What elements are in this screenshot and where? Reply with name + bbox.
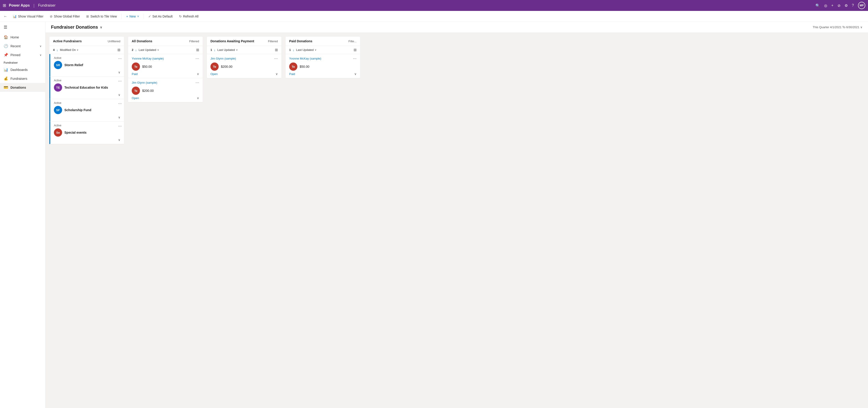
donation-person-name[interactable]: Jim Glynn (sample): [132, 81, 157, 84]
sidebar-item-dashboards[interactable]: 📊 Dashboards: [0, 65, 45, 74]
card-body: TE Technical Education for Kids: [54, 83, 120, 92]
sort-arrow-icon[interactable]: ↓: [214, 48, 215, 52]
donation-more-icon[interactable]: ⋯: [195, 80, 199, 85]
donation-amount: $50.00: [142, 65, 152, 68]
refresh-all-button[interactable]: ↻ Refresh All: [176, 13, 202, 20]
donation-expand-icon[interactable]: ∨: [276, 72, 278, 76]
donation-card-header: Yvonne McKay (sample) ⋯: [289, 56, 356, 61]
card-more-icon[interactable]: ⋯: [118, 101, 122, 106]
card-body: SR Storm Relief: [54, 61, 120, 69]
module-name: Fundraiser: [38, 3, 56, 7]
donation-avatar: Te: [132, 63, 140, 71]
refresh-icon: ↻: [179, 14, 182, 18]
donation-more-icon[interactable]: ⋯: [274, 56, 278, 61]
page-title[interactable]: Fundraiser Donations ∨: [51, 25, 102, 30]
card-expand-icon[interactable]: ∨: [118, 93, 120, 97]
donation-more-icon[interactable]: ⋯: [353, 56, 356, 61]
sidebar-item-recent-label: Recent: [10, 44, 21, 48]
card-status: Active ⋯: [54, 56, 120, 60]
donation-status[interactable]: Paid: [289, 72, 295, 76]
sidebar-item-donations[interactable]: 💳 Donations: [0, 83, 45, 92]
sidebar-item-dashboards-label: Dashboards: [10, 68, 28, 72]
kanban-col-count: 4: [53, 48, 55, 52]
set-as-default-button[interactable]: ✓ Set As Default: [146, 13, 176, 20]
show-global-filter-button[interactable]: ⊘ Show Global Filter: [47, 13, 83, 20]
search-icon[interactable]: 🔍: [815, 3, 820, 8]
page-header: Fundraiser Donations ∨ This Quarter 4/1/…: [45, 22, 868, 33]
card-title[interactable]: Scholarship Fund: [64, 108, 91, 112]
sidebar: ☰ 🏠 Home 🕐 Recent ∨ 📌 Pinned ∨ Fundraise…: [0, 22, 45, 408]
sort-chevron-icon: ∨: [315, 48, 316, 52]
toolbar-divider-2: [144, 14, 144, 19]
sort-field-label[interactable]: Modified On ∨: [60, 48, 79, 52]
home-icon: 🏠: [4, 35, 8, 39]
card-more-icon[interactable]: ⋯: [118, 56, 122, 61]
sidebar-item-fundraisers-label: Fundraisers: [10, 77, 27, 80]
donation-expand-icon[interactable]: ∨: [197, 72, 199, 76]
donation-status[interactable]: Open: [211, 72, 218, 76]
donation-person-name[interactable]: Yvonne McKay (sample): [289, 57, 321, 60]
grid-icon[interactable]: ⊞: [3, 3, 6, 8]
donation-person-name[interactable]: Yvonne McKay (sample): [132, 57, 164, 60]
help-icon[interactable]: ?: [852, 3, 854, 7]
card-body: SF Scholarship Fund: [54, 106, 120, 114]
card-more-icon[interactable]: ⋯: [118, 124, 122, 128]
sort-chevron-icon: ∨: [77, 48, 79, 52]
sidebar-item-pinned[interactable]: 📌 Pinned ∨: [0, 50, 45, 59]
donation-card: Yvonne McKay (sample) ⋯ Te $50.00 Paid ∨: [128, 54, 203, 78]
sort-arrow-icon[interactable]: ↓: [292, 48, 294, 52]
sort-arrow-icon[interactable]: ↓: [56, 48, 58, 52]
sidebar-menu-button[interactable]: ☰: [0, 22, 11, 33]
donation-status[interactable]: Open: [132, 96, 139, 100]
kanban-col-all-donations: All Donations Filtered 2 ↓ Last Updated …: [128, 36, 203, 103]
donation-card-header: Yvonne McKay (sample) ⋯: [132, 56, 199, 61]
card-expand: ∨: [54, 115, 120, 119]
back-button[interactable]: ←: [4, 14, 7, 19]
card-expand-icon[interactable]: ∨: [118, 138, 120, 142]
donation-card: Jim Glynn (sample) ⋯ Te $200.00 Open ∨: [128, 78, 203, 102]
view-toggle-icon[interactable]: ⊞: [275, 48, 278, 52]
kanban-col-title: Active Fundraisers: [53, 39, 82, 43]
card-expand-icon[interactable]: ∨: [118, 115, 120, 119]
kanban-card: Active ⋯ TE Technical Education for Kids…: [50, 77, 124, 99]
kanban-col-filter: Filtered: [189, 39, 199, 43]
card-expand: ∨: [54, 93, 120, 97]
sort-field-label[interactable]: Last Updated ∨: [296, 48, 316, 52]
donation-body: Te $200.00: [132, 87, 199, 95]
sidebar-item-home[interactable]: 🏠 Home: [0, 33, 45, 42]
add-icon[interactable]: +: [831, 3, 833, 7]
view-toggle-icon[interactable]: ⊞: [353, 48, 356, 52]
card-title[interactable]: Special events: [64, 131, 87, 134]
card-title[interactable]: Storm Relief: [64, 63, 83, 67]
card-more-icon[interactable]: ⋯: [118, 79, 122, 83]
avatar[interactable]: MP: [858, 2, 865, 9]
card-title[interactable]: Technical Education for Kids: [64, 86, 108, 89]
donation-status[interactable]: Paid: [132, 72, 138, 76]
card-body: Se Special events: [54, 128, 120, 137]
donation-footer: Paid ∨: [132, 72, 199, 76]
switch-to-tile-view-button[interactable]: ⊞ Switch to Tile View: [84, 13, 119, 20]
focus-icon[interactable]: ◎: [824, 3, 827, 8]
sort-arrow-icon[interactable]: ↓: [135, 48, 137, 52]
donation-person-name[interactable]: Jim Glynn (sample): [211, 57, 236, 60]
show-visual-filter-button[interactable]: 📊 Show Visual Filter: [10, 13, 46, 20]
main-layout: ☰ 🏠 Home 🕐 Recent ∨ 📌 Pinned ∨ Fundraise…: [0, 22, 868, 408]
kanban-col-active-fundraisers-sort: 4 ↓ Modified On ∨ ⊞: [50, 46, 124, 54]
sidebar-item-fundraisers[interactable]: 💰 Fundraisers: [0, 74, 45, 83]
sidebar-item-recent[interactable]: 🕐 Recent ∨: [0, 42, 45, 50]
sort-field-label[interactable]: Last Updated ∨: [138, 48, 159, 52]
view-toggle-icon[interactable]: ⊞: [117, 48, 120, 52]
donation-expand-icon[interactable]: ∨: [197, 96, 199, 100]
view-toggle-icon[interactable]: ⊞: [196, 48, 199, 52]
filter-icon[interactable]: ⊘: [838, 3, 840, 8]
donation-expand-icon[interactable]: ∨: [354, 72, 356, 76]
settings-icon[interactable]: ⚙: [844, 3, 848, 8]
card-avatar: Se: [54, 128, 62, 137]
new-button[interactable]: + New ∨: [124, 13, 142, 20]
page-date-range[interactable]: This Quarter 4/1/2021 To 6/30/2021 ∨: [813, 26, 863, 29]
donation-amount: $200.00: [221, 65, 232, 68]
sort-field-label[interactable]: Last Updated ∨: [217, 48, 238, 52]
card-expand-icon[interactable]: ∨: [118, 70, 120, 74]
donation-more-icon[interactable]: ⋯: [195, 56, 199, 61]
donation-footer: Open ∨: [211, 72, 278, 76]
